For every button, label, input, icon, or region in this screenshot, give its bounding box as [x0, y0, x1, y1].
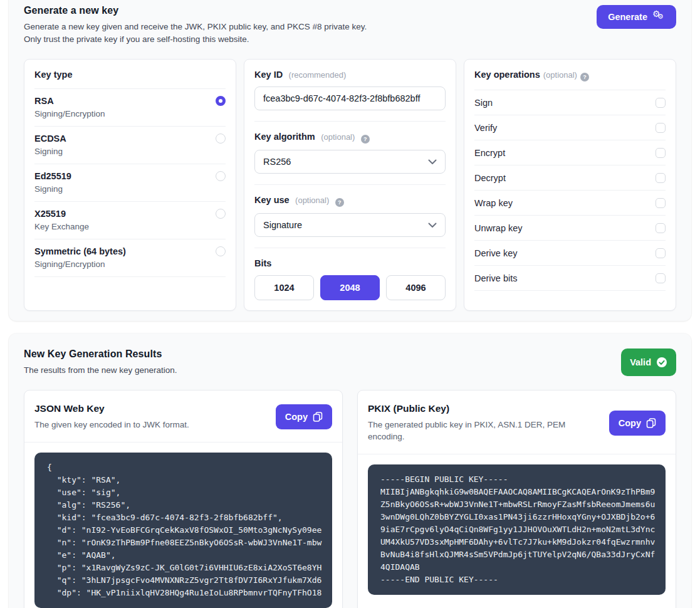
key-id-label: Key ID: [254, 70, 283, 80]
key-type-option-ed25519[interactable]: Ed25519 Signing: [34, 164, 226, 202]
jwk-description: The given key encoded in to JWK format.: [34, 419, 189, 431]
results-title: New Key Generation Results: [24, 349, 177, 360]
key-op-label: Derive bits: [474, 273, 518, 283]
bits-label: Bits: [254, 258, 271, 268]
jwk-code-text: { "kty": "RSA", "use": "sig", "alg": "RS…: [47, 461, 330, 599]
key-type-option-symmetric[interactable]: Symmetric (64 bytes) Signing/Encryption: [34, 239, 226, 277]
key-type-sublabel: Signing/Encryption: [34, 109, 226, 118]
key-op-row-unwrap-key[interactable]: Unwrap key: [474, 216, 666, 241]
key-type-sublabel: Signing/Encryption: [34, 259, 226, 269]
key-type-sublabel: Signing: [34, 147, 226, 156]
generate-key-section: Generate a new key Generate a new key gi…: [9, 0, 691, 321]
jwk-copy-button[interactable]: Copy: [276, 404, 332, 429]
pkix-description: The generated public key in PKIX, ASN.1 …: [368, 419, 575, 443]
copy-button-label: Copy: [619, 418, 641, 428]
chevron-down-icon: [428, 223, 437, 228]
key-type-label: Ed25519: [34, 171, 71, 181]
key-type-label: ECDSA: [34, 134, 66, 144]
bits-option-2048[interactable]: 2048: [320, 275, 380, 300]
key-type-sublabel: Key Exchange: [34, 222, 226, 231]
pkix-code-block[interactable]: -----BEGIN PUBLIC KEY----- MIIBIjANBgkqh…: [368, 464, 666, 595]
jwk-code-block[interactable]: { "kty": "RSA", "use": "sig", "alg": "RS…: [34, 453, 332, 608]
key-op-row-derive-bits[interactable]: Derive bits: [474, 266, 666, 291]
key-op-row-wrap-key[interactable]: Wrap key: [474, 191, 666, 216]
radio-rsa[interactable]: [216, 96, 226, 106]
jwk-title: JSON Web Key: [34, 403, 189, 414]
key-op-row-decrypt[interactable]: Decrypt: [474, 165, 666, 191]
key-settings-card: Key ID (recommended) fcea3bc9-d67c-4074-…: [244, 59, 456, 311]
key-op-row-encrypt[interactable]: Encrypt: [474, 140, 666, 165]
key-type-option-rsa[interactable]: RSA Signing/Encryption: [34, 89, 226, 127]
key-operations-card: Key operations(optional)? Sign Verify En…: [464, 59, 676, 311]
key-operations-hint: (optional): [543, 70, 577, 80]
checkbox-wrap-key[interactable]: [656, 198, 666, 208]
key-op-row-derive-key[interactable]: Derive key: [474, 241, 666, 266]
pkix-title: PKIX (Public Key): [368, 403, 575, 414]
key-id-input[interactable]: fcea3bc9-d67c-4074-82f3-2f8bfb682bff: [254, 86, 446, 110]
key-op-row-verify[interactable]: Verify: [474, 115, 666, 140]
radio-symmetric[interactable]: [216, 246, 226, 256]
key-type-option-x25519[interactable]: X25519 Key Exchange: [34, 202, 226, 239]
key-op-label: Unwrap key: [474, 223, 523, 233]
key-use-select[interactable]: Signature: [254, 213, 446, 237]
key-type-sublabel: Signing: [34, 184, 226, 194]
key-use-hint: (optional): [295, 196, 329, 205]
gears-icon: ⚙⚙: [652, 11, 665, 23]
radio-ed25519[interactable]: [216, 171, 226, 181]
key-type-card: Key type RSA Signing/Encryption ECDSA Si…: [24, 59, 236, 311]
copy-icon: [313, 412, 323, 422]
checkbox-unwrap-key[interactable]: [656, 223, 666, 233]
radio-x25519[interactable]: [216, 209, 226, 219]
page-description-line2: Only trust the private key if you are se…: [24, 33, 367, 45]
key-algorithm-label: Key algorithm: [254, 132, 315, 142]
key-id-hint: (recommended): [289, 70, 347, 80]
page-description-line1: Generate a new key given and receive the…: [24, 21, 367, 33]
key-op-label: Decrypt: [474, 173, 506, 183]
checkbox-decrypt[interactable]: [656, 173, 666, 183]
jwk-card: JSON Web Key The given key encoded in to…: [24, 390, 343, 608]
pkix-copy-button[interactable]: Copy: [609, 411, 666, 436]
key-type-label: Symmetric (64 bytes): [34, 246, 126, 256]
checkbox-derive-key[interactable]: [656, 248, 666, 258]
key-algorithm-select[interactable]: RS256: [254, 150, 446, 174]
checkbox-encrypt[interactable]: [656, 148, 666, 158]
key-algorithm-hint: (optional): [321, 132, 355, 142]
checkbox-verify[interactable]: [656, 123, 666, 133]
key-use-label: Key use: [254, 195, 290, 205]
key-op-label: Wrap key: [474, 198, 513, 208]
key-type-title: Key type: [34, 70, 72, 80]
copy-button-label: Copy: [285, 412, 308, 422]
page: Generate a new key Generate a new key gi…: [0, 0, 700, 598]
checkbox-derive-bits[interactable]: [656, 273, 666, 283]
results-header: New Key Generation Results The results f…: [24, 349, 177, 376]
key-op-label: Encrypt: [474, 148, 505, 158]
copy-icon: [646, 418, 656, 428]
key-type-label: X25519: [34, 209, 66, 219]
question-circle-icon[interactable]: ?: [580, 73, 589, 81]
generate-key-header: Generate a new key Generate a new key gi…: [24, 5, 367, 45]
chevron-down-icon: [428, 159, 437, 165]
question-circle-icon[interactable]: ?: [335, 198, 344, 207]
key-operations-title: Key operations: [474, 70, 540, 80]
question-circle-icon[interactable]: ?: [361, 135, 370, 144]
key-op-label: Derive key: [474, 248, 518, 258]
key-use-value: Signature: [263, 220, 302, 230]
generate-button[interactable]: Generate ⚙⚙: [597, 5, 676, 29]
key-op-row-sign[interactable]: Sign: [474, 90, 666, 115]
radio-ecdsa[interactable]: [216, 134, 226, 144]
generate-button-label: Generate: [608, 12, 647, 22]
pkix-card: PKIX (Public Key) The generated public k…: [357, 390, 676, 608]
key-id-value: fcea3bc9-d67c-4074-82f3-2f8bfb682bff: [263, 93, 420, 103]
bits-option-1024[interactable]: 1024: [254, 275, 314, 300]
key-op-label: Sign: [474, 98, 493, 108]
pkix-code-text: -----BEGIN PUBLIC KEY----- MIIBIjANBgkqh…: [380, 473, 663, 586]
key-type-option-ecdsa[interactable]: ECDSA Signing: [34, 127, 226, 164]
page-title: Generate a new key: [24, 5, 367, 16]
valid-badge[interactable]: Valid: [621, 349, 676, 376]
check-circle-icon: [656, 357, 667, 368]
key-type-label: RSA: [34, 96, 54, 106]
checkbox-sign[interactable]: [656, 98, 666, 108]
bits-option-4096[interactable]: 4096: [386, 275, 446, 300]
key-op-label: Verify: [474, 123, 497, 133]
results-section: New Key Generation Results The results f…: [9, 333, 691, 608]
